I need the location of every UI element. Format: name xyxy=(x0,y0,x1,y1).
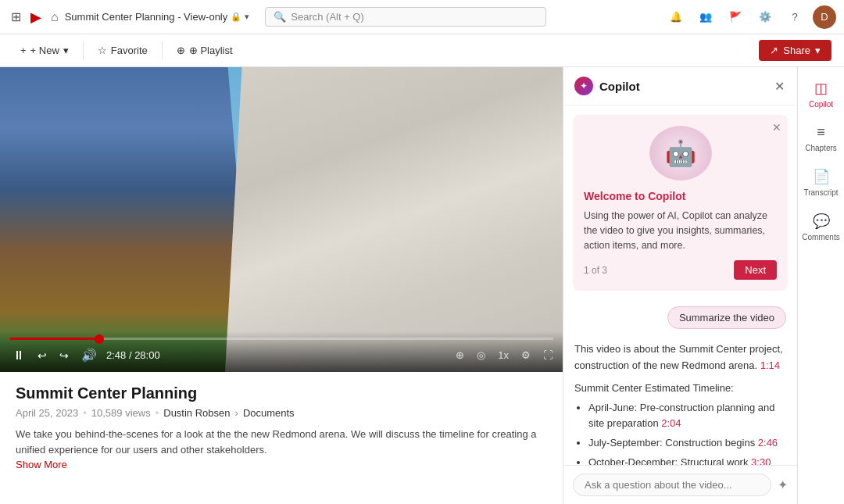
grid-icon[interactable]: ⊞ xyxy=(8,6,24,27)
fullscreen-button[interactable]: ⛶ xyxy=(543,349,553,361)
welcome-card: ✕ 🤖 Welcome to Copilot Using the power o… xyxy=(573,115,788,291)
time-display: 2:48 / 28:00 xyxy=(106,349,160,361)
volume-button[interactable]: 🔊 xyxy=(78,346,100,364)
flag-icon[interactable]: 🚩 xyxy=(724,5,747,29)
timeline-item-1-text: April-June: Pre-construction planning an… xyxy=(588,402,774,430)
settings-icon[interactable]: ⚙️ xyxy=(753,5,777,29)
rail-item-copilot[interactable]: ◫ Copilot xyxy=(801,73,842,115)
nav-dropdown-icon[interactable]: ▾ xyxy=(245,12,249,22)
people-icon[interactable]: 👥 xyxy=(694,5,717,29)
show-more-link[interactable]: Show More xyxy=(16,459,67,470)
share-label: Share xyxy=(783,45,810,56)
list-item: April-June: Pre-construction planning an… xyxy=(588,400,786,433)
nav-title-text: Summit Center Planning - View-only xyxy=(65,11,228,23)
avatar[interactable]: D xyxy=(813,5,836,29)
lock-icon: 🔒 xyxy=(231,12,241,22)
progress-fill xyxy=(9,338,99,340)
toolbar-divider-1 xyxy=(83,41,84,60)
toolbar: + + New ▾ ☆ Favorite ⊕ ⊕ Playlist ↗ Shar… xyxy=(0,34,844,67)
copilot-close-button[interactable]: ✕ xyxy=(773,77,786,95)
welcome-heading: Welcome to Copilot xyxy=(584,190,777,202)
controls-row: ⏸ ↩ ↪ 🔊 2:48 / 28:00 ⊕ ◎ 1x ⚙ ⛶ xyxy=(9,346,553,364)
video-title: Summit Center Planning xyxy=(16,384,547,402)
spark-button[interactable]: ✦ xyxy=(778,477,788,492)
video-container[interactable]: ⏸ ↩ ↪ 🔊 2:48 / 28:00 ⊕ ◎ 1x ⚙ ⛶ xyxy=(0,67,563,372)
copilot-logo-icon: ✦ xyxy=(580,80,588,91)
timeline-item-3-text: October-December: Structural work xyxy=(588,456,748,465)
captions-icon[interactable]: ⊕ xyxy=(456,349,464,361)
video-author[interactable]: Dustin Robsen xyxy=(163,407,230,419)
app-logo[interactable]: ▶ xyxy=(30,9,41,26)
welcome-close-button[interactable]: ✕ xyxy=(772,121,781,134)
favorite-icon: ☆ xyxy=(98,45,107,56)
nav-icon-group: 🔔 👥 🚩 ⚙️ ? D xyxy=(664,5,836,29)
playlist-label: ⊕ Playlist xyxy=(189,45,233,56)
copilot-logo: ✦ xyxy=(574,77,593,95)
chapters-rail-icon: ≡ xyxy=(817,124,825,141)
rail-item-chapters[interactable]: ≡ Chapters xyxy=(801,118,842,159)
summary-intro-text: This video is about the Summit Center pr… xyxy=(574,343,783,371)
share-dropdown-icon: ▾ xyxy=(815,45,821,56)
notifications-icon[interactable]: 🔔 xyxy=(664,5,688,29)
transcript-rail-label: Transcript xyxy=(803,188,838,197)
progress-bar[interactable] xyxy=(9,338,553,340)
skip-back-button[interactable]: ↩ xyxy=(34,348,50,363)
copilot-rail-icon: ◫ xyxy=(814,80,828,97)
new-icon: + xyxy=(20,45,27,56)
timeline-item-1-link[interactable]: 2:04 xyxy=(661,417,681,429)
favorite-label: Favorite xyxy=(111,45,148,56)
copilot-header: ✦ Copilot ✕ xyxy=(563,67,797,105)
new-button[interactable]: + + New ▾ xyxy=(13,41,77,60)
home-icon[interactable]: ⌂ xyxy=(51,10,59,24)
video-building-right xyxy=(225,67,563,372)
nav-title: Summit Center Planning - View-only 🔒 ▾ xyxy=(65,11,250,23)
timeline-item-3-link[interactable]: 3:30 xyxy=(751,456,771,465)
playlist-icon: ⊕ xyxy=(177,45,185,56)
meta-sep-1: • xyxy=(83,407,87,419)
copilot-title-row: ✦ Copilot xyxy=(574,77,640,95)
playlist-button[interactable]: ⊕ ⊕ Playlist xyxy=(169,41,241,60)
welcome-text: Using the power of AI, Copilot can analy… xyxy=(584,209,777,252)
next-button[interactable]: Next xyxy=(734,260,777,280)
right-controls: ⊕ ◎ 1x ⚙ ⛶ xyxy=(456,349,553,361)
copilot-illustration: 🤖 xyxy=(649,126,712,181)
video-description-text: We take you behind-the-scenes for a look… xyxy=(16,428,537,456)
skip-forward-button[interactable]: ↪ xyxy=(56,348,72,363)
welcome-page-indicator: 1 of 3 xyxy=(584,265,607,276)
person-icon[interactable]: ◎ xyxy=(477,349,485,361)
summary-intro-link[interactable]: 1:14 xyxy=(760,359,780,371)
copilot-panel: ✦ Copilot ✕ ✕ 🤖 Welcome to Copilot Using… xyxy=(563,67,797,504)
comments-rail-label: Comments xyxy=(802,233,839,241)
icon-rail: ◫ Copilot ≡ Chapters 📄 Transcript 💬 Comm… xyxy=(797,67,844,504)
copilot-rail-label: Copilot xyxy=(809,100,833,109)
timeline-item-2-link[interactable]: 2:46 xyxy=(758,437,778,449)
speed-control[interactable]: 1x xyxy=(498,349,509,361)
rail-item-comments[interactable]: 💬 Comments xyxy=(801,206,842,248)
toolbar-divider-2 xyxy=(162,41,163,60)
progress-dot xyxy=(95,334,104,344)
video-controls: ⏸ ↩ ↪ 🔊 2:48 / 28:00 ⊕ ◎ 1x ⚙ ⛶ xyxy=(0,331,563,372)
transcript-rail-icon: 📄 xyxy=(813,168,830,185)
main-layout: ⏸ ↩ ↪ 🔊 2:48 / 28:00 ⊕ ◎ 1x ⚙ ⛶ xyxy=(0,67,844,504)
comments-rail-icon: 💬 xyxy=(813,213,830,230)
share-icon: ↗ xyxy=(770,45,778,56)
ask-input[interactable] xyxy=(573,474,771,496)
breadcrumb-arrow: › xyxy=(235,407,238,419)
timeline-heading: Summit Center Estimated Timeline: xyxy=(574,381,786,397)
top-navigation: ⊞ ▶ ⌂ Summit Center Planning - View-only… xyxy=(0,0,844,34)
pause-button[interactable]: ⏸ xyxy=(9,347,28,364)
help-icon[interactable]: ? xyxy=(783,5,806,29)
new-dropdown-icon: ▾ xyxy=(63,45,69,56)
summary-intro: This video is about the Summit Center pr… xyxy=(574,341,786,374)
new-label: + New xyxy=(30,45,59,56)
favorite-button[interactable]: ☆ Favorite xyxy=(90,41,156,60)
breadcrumb-documents[interactable]: Documents xyxy=(243,407,295,419)
extra-controls: ⊕ ◎ 1x ⚙ ⛶ xyxy=(456,349,553,361)
search-bar[interactable]: 🔍 Search (Alt + Q) xyxy=(265,7,546,27)
share-button[interactable]: ↗ Share ▾ xyxy=(759,40,831,61)
video-description: We take you behind-the-scenes for a look… xyxy=(16,427,547,457)
rail-item-transcript[interactable]: 📄 Transcript xyxy=(801,162,842,203)
settings-control[interactable]: ⚙ xyxy=(521,349,531,361)
welcome-illustration: 🤖 xyxy=(584,126,777,181)
summarize-button[interactable]: Summarize the video xyxy=(667,306,786,329)
